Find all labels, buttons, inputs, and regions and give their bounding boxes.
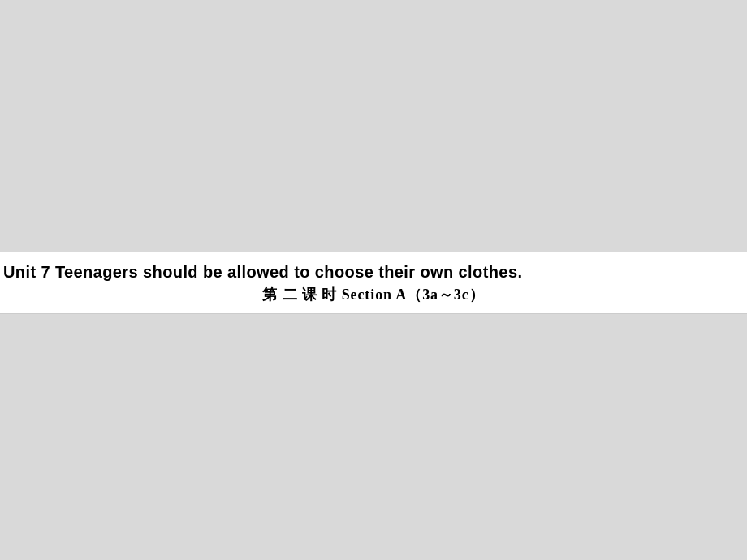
bottom-content-area	[0, 314, 747, 560]
title-section: Unit 7 Teenagers should be allowed to ch…	[0, 252, 747, 314]
top-image-area	[0, 0, 747, 252]
sub-title: 第 二 课 时 Section A（3a～3c）	[0, 283, 747, 307]
page-container: Unit 7 Teenagers should be allowed to ch…	[0, 0, 747, 560]
main-title: Unit 7 Teenagers should be allowed to ch…	[0, 261, 522, 283]
